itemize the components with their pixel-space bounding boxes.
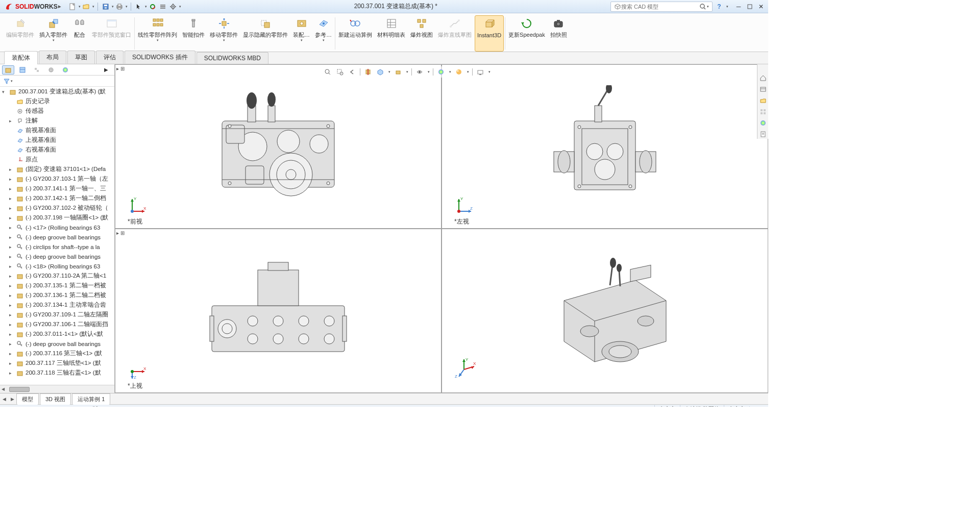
assembly-features-button[interactable]: 装配…▾ (291, 15, 312, 52)
apply-scene-button[interactable] (454, 67, 463, 77)
view-tree-indicator[interactable]: ▸ ⊞ (116, 230, 125, 236)
filter-dropdown-icon[interactable]: ▾ (11, 79, 13, 83)
bottom-tab-3dview[interactable]: 3D 视图 (40, 393, 71, 405)
filter-icon[interactable] (3, 78, 10, 85)
tree-component-item[interactable]: ▸(-) 200.37.142-1 第一轴二倒档 (0, 193, 114, 203)
home-rail-button[interactable] (758, 73, 768, 83)
viewport-top[interactable]: ▸ ⊞ X Z *上视 (115, 229, 442, 393)
zoom-area-button[interactable] (335, 67, 345, 77)
options-button[interactable] (158, 2, 167, 11)
display-manager-tab[interactable] (59, 65, 71, 75)
hide-show-button[interactable] (415, 67, 424, 77)
insert-component-button[interactable]: 插入零部件▾ (37, 15, 69, 52)
tree-sensors[interactable]: 传感器 (0, 106, 114, 116)
viewport-front[interactable]: ▸ ⊞ Y X (115, 64, 442, 229)
minimize-button[interactable]: ─ (733, 2, 744, 11)
dimxpert-tab[interactable] (45, 65, 57, 75)
section-view-button[interactable] (363, 67, 373, 77)
viewport-left[interactable]: Y Z *左视 (442, 64, 768, 229)
view-tree-indicator[interactable]: ▸ ⊞ (116, 66, 125, 71)
previous-view-button[interactable] (348, 67, 357, 77)
bottom-tab-motion-study[interactable]: 运动算例 1 (72, 393, 110, 405)
reference-geometry-button[interactable]: 参考…▾ (313, 15, 334, 52)
rebuild-button[interactable] (148, 2, 157, 11)
snapshot-button[interactable]: 拍快照 (548, 15, 569, 52)
tree-component-item[interactable]: ▸(-) GY200.37.102-2 被动链轮（ (0, 203, 114, 213)
cursor-dropdown-icon[interactable]: ▾ (145, 5, 147, 9)
instant3d-button[interactable]: Instant3D (475, 15, 504, 52)
tab-layout[interactable]: 布局 (39, 51, 66, 64)
tree-component-item[interactable]: ▸(-) deep groove ball bearings (0, 252, 114, 261)
viewport-isometric[interactable]: Y X Z (442, 229, 768, 393)
tab-sketch[interactable]: 草图 (67, 51, 95, 64)
bom-button[interactable]: 材料明细表 (375, 15, 407, 52)
cursor-button[interactable] (134, 2, 143, 11)
mate-button[interactable]: 配合 (70, 15, 89, 52)
tree-component-item[interactable]: ▸(-) deep groove ball bearings (0, 232, 114, 242)
close-button[interactable]: ✕ (756, 2, 766, 11)
new-dropdown-icon[interactable]: ▾ (79, 5, 81, 9)
tree-top-plane[interactable]: 上视基准面 (0, 135, 114, 145)
tree-component-item[interactable]: ▸(-) <18> (Rolling bearings 63 (0, 261, 114, 271)
feature-tree[interactable]: ▾200.37.001 变速箱总成(基本) (默 历史记录 传感器 ▸注解 前视… (0, 87, 114, 385)
file-explorer-button[interactable] (758, 96, 768, 105)
status-gear-icon[interactable] (749, 406, 764, 407)
tab-scroll-left[interactable]: ◀ (0, 397, 8, 402)
tree-component-item[interactable]: ▸(-) GY200.37.109-1 二轴左隔圈 (0, 310, 114, 319)
custom-properties-button[interactable] (758, 130, 768, 139)
tab-assembly[interactable]: 装配体 (4, 51, 38, 64)
tree-component-item[interactable]: ▸(-) 200.37.011-1<1> (默认<默 (0, 329, 114, 339)
tree-component-item[interactable]: ▸(-) 200.37.135-1 第二轴一档被 (0, 281, 114, 290)
tab-evaluate[interactable]: 评估 (96, 51, 124, 64)
logo-dropdown-icon[interactable]: ▶ (58, 5, 61, 9)
tree-component-item[interactable]: ▸200.37.118 三轴右盖<1> (默 (0, 368, 114, 378)
search-icon[interactable] (699, 3, 706, 10)
tab-scroll-right[interactable]: ▶ (8, 397, 16, 402)
update-speedpak-button[interactable]: 更新Speedpak (506, 15, 547, 52)
search-box[interactable]: ▾ (610, 2, 713, 12)
move-component-button[interactable]: 移动零部件▾ (208, 15, 240, 52)
scrollbar-thumb[interactable] (9, 387, 30, 392)
status-editing[interactable]: 在编辑 装配体 (680, 405, 724, 407)
status-unit[interactable]: 自定义 (724, 405, 749, 407)
tree-component-item[interactable]: ▸(-) 200.37.116 第三轴<1> (默 (0, 349, 114, 358)
tree-component-item[interactable]: ▸(-) GY200.37.110-2A 第二轴<1 (0, 271, 114, 281)
search-dropdown-icon[interactable]: ▾ (707, 5, 709, 9)
tree-annotations[interactable]: ▸注解 (0, 116, 114, 126)
bottom-tab-model[interactable]: 模型 (16, 393, 39, 405)
maximize-button[interactable] (745, 2, 755, 11)
open-dropdown-icon[interactable]: ▾ (92, 5, 94, 9)
tree-origin[interactable]: 原点 (0, 155, 114, 164)
view-orientation-button[interactable] (376, 67, 385, 77)
open-file-button[interactable] (82, 2, 91, 11)
tree-component-item[interactable]: ▸(-) 200.37.136-1 第二轴二档被 (0, 290, 114, 300)
display-style-button[interactable] (394, 67, 403, 77)
tree-component-item[interactable]: ▸(-) GY200.37.103-1 第一轴（左 (0, 174, 114, 184)
tree-component-item[interactable]: ▸(-) 200.37.198 一轴隔圈<1> (默 (0, 213, 114, 223)
tree-component-item[interactable]: ▸(-) GY200.37.106-1 二轴端面挡 (0, 319, 114, 329)
new-motion-study-button[interactable]: 新建运动算例 (336, 15, 374, 52)
save-dropdown-icon[interactable]: ▾ (112, 5, 114, 9)
tree-component-item[interactable]: ▸(-) circlips for shaft--type a la (0, 242, 114, 252)
tree-front-plane[interactable]: 前视基准面 (0, 126, 114, 135)
tree-horizontal-scrollbar[interactable]: ◀ (0, 385, 114, 393)
view-settings-button[interactable] (476, 67, 485, 77)
tree-component-item[interactable]: ▸(-) deep groove ball bearings (0, 339, 114, 349)
design-library-button[interactable] (758, 85, 768, 94)
panel-expand-button[interactable]: ▶ (100, 65, 112, 75)
tree-component-item[interactable]: ▸200.37.117 三轴纸垫<1> (默 (0, 358, 114, 368)
save-button[interactable] (101, 2, 110, 11)
feature-tree-tab[interactable] (2, 65, 14, 75)
property-manager-tab[interactable] (16, 65, 29, 75)
configuration-manager-tab[interactable] (31, 65, 43, 75)
linear-pattern-button[interactable]: 线性零部件阵列▾ (136, 15, 179, 52)
tree-history[interactable]: 历史记录 (0, 96, 114, 106)
zoom-fit-button[interactable] (323, 67, 332, 77)
help-button[interactable]: ? (715, 2, 724, 11)
search-input[interactable] (621, 4, 699, 10)
tree-root[interactable]: ▾200.37.001 变速箱总成(基本) (默 (0, 87, 114, 96)
new-file-button[interactable] (68, 2, 77, 11)
show-hidden-button[interactable]: 显示隐藏的零部件 (241, 15, 290, 52)
tab-mbd[interactable]: SOLIDWORKS MBD (197, 52, 268, 64)
appearances-button[interactable] (758, 118, 768, 128)
